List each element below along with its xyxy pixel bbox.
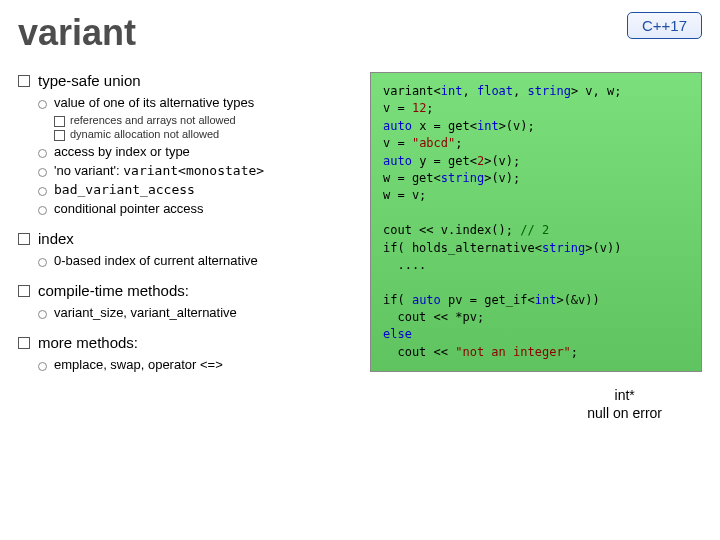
circle-bullet-icon — [38, 310, 47, 319]
subsub-dyn: dynamic allocation not allowed — [54, 128, 358, 140]
code-badaccess: bad_variant_access — [54, 182, 195, 197]
kw-auto: auto — [383, 119, 412, 133]
code-token: y = get< — [412, 154, 477, 168]
sub-text: value of one of its alternative types — [54, 95, 254, 110]
square-bullet-icon — [54, 116, 65, 127]
code-token: variant< — [383, 84, 441, 98]
sub-novariant: 'no variant': variant<monostate> — [38, 163, 358, 178]
sub-value-types: value of one of its alternative types re… — [38, 95, 358, 140]
sub-text: variant_size, variant_alternative — [54, 305, 237, 320]
note-line2: null on error — [587, 404, 662, 422]
code-token: cout << — [383, 345, 455, 359]
subsub-list: references and arrays not allowed dynami… — [54, 114, 358, 140]
square-bullet-icon — [54, 130, 65, 141]
more-sublist: emplace, swap, operator <=> — [38, 357, 358, 372]
sub-text: 0-based index of current alternative — [54, 253, 258, 268]
kw-string: string — [542, 241, 585, 255]
circle-bullet-icon — [38, 149, 47, 158]
kw-int: int — [535, 293, 557, 307]
code-token: >(v); — [484, 154, 520, 168]
circle-bullet-icon — [38, 362, 47, 371]
circle-bullet-icon — [38, 168, 47, 177]
kw-auto: auto — [383, 154, 412, 168]
content-columns: type-safe union value of one of its alte… — [18, 72, 702, 423]
code-token: v = — [383, 101, 412, 115]
square-bullet-icon — [18, 75, 30, 87]
slide-title: variant — [18, 12, 702, 54]
sub-prefix: 'no variant': — [54, 163, 123, 178]
section-typesafe: type-safe union value of one of its alte… — [18, 72, 358, 216]
subsub-text: dynamic allocation not allowed — [70, 128, 219, 140]
annotation-note: int* null on error — [587, 386, 662, 422]
bullet-list: type-safe union value of one of its alte… — [18, 72, 358, 372]
code-token: cout << *pv; — [383, 310, 484, 324]
subsub-text: references and arrays not allowed — [70, 114, 236, 126]
sub-variantsize: variant_size, variant_alternative — [38, 305, 358, 320]
code-token: ; — [455, 136, 462, 150]
heading-typesafe: type-safe union — [38, 72, 141, 89]
circle-bullet-icon — [38, 100, 47, 109]
kw-float: float — [477, 84, 513, 98]
sub-0based: 0-based index of current alternative — [38, 253, 358, 268]
code-token: v = — [383, 136, 412, 150]
code-token: >(v); — [499, 119, 535, 133]
code-token: >(&v)) — [556, 293, 599, 307]
code-token: w = v; — [383, 188, 426, 202]
code-token: >(v)) — [585, 241, 621, 255]
typesafe-sublist: value of one of its alternative types re… — [38, 95, 358, 216]
code-token: ; — [571, 345, 578, 359]
circle-bullet-icon — [38, 206, 47, 215]
circle-bullet-icon — [38, 258, 47, 267]
kw-else: else — [383, 327, 412, 341]
code-monostate: variant<monostate> — [123, 163, 264, 178]
sub-emplace: emplace, swap, operator <=> — [38, 357, 358, 372]
kw-auto: auto — [412, 293, 441, 307]
subsub-refs: references and arrays not allowed — [54, 114, 358, 126]
cpp17-badge: C++17 — [627, 12, 702, 39]
str-literal: "abcd" — [412, 136, 455, 150]
code-token: > v, w; — [571, 84, 622, 98]
code-token: >(v); — [484, 171, 520, 185]
bullet-column: type-safe union value of one of its alte… — [18, 72, 358, 423]
slide: variant C++17 type-safe union value of o… — [0, 0, 720, 540]
code-sample: variant<int, float, string> v, w; v = 12… — [370, 72, 702, 372]
code-token: cout << v.index(); — [383, 223, 520, 237]
code-token: if( holds_alternative< — [383, 241, 542, 255]
note-line1: int* — [587, 386, 662, 404]
sub-text: conditional pointer access — [54, 201, 204, 216]
code-token: w = get< — [383, 171, 441, 185]
section-more: more methods: emplace, swap, operator <=… — [18, 334, 358, 372]
str-literal: "not an integer" — [455, 345, 571, 359]
square-bullet-icon — [18, 233, 30, 245]
code-token: , — [462, 84, 476, 98]
section-compile: compile-time methods: variant_size, vari… — [18, 282, 358, 320]
sub-text: access by index or type — [54, 144, 190, 159]
sub-badaccess: bad_variant_access — [38, 182, 358, 197]
code-column: variant<int, float, string> v, w; v = 12… — [370, 72, 702, 423]
square-bullet-icon — [18, 337, 30, 349]
kw-int: int — [477, 119, 499, 133]
code-token: , — [513, 84, 527, 98]
index-sublist: 0-based index of current alternative — [38, 253, 358, 268]
code-token: .... — [383, 258, 426, 272]
sub-access: access by index or type — [38, 144, 358, 159]
kw-string: string — [528, 84, 571, 98]
section-index: index 0-based index of current alternati… — [18, 230, 358, 268]
code-token: x = get< — [412, 119, 477, 133]
heading-more: more methods: — [38, 334, 138, 351]
circle-bullet-icon — [38, 187, 47, 196]
num-literal: 12 — [412, 101, 426, 115]
kw-int: int — [441, 84, 463, 98]
comment: // 2 — [520, 223, 549, 237]
square-bullet-icon — [18, 285, 30, 297]
sub-condptr: conditional pointer access — [38, 201, 358, 216]
code-token: pv = get_if< — [441, 293, 535, 307]
code-token: if( — [383, 293, 412, 307]
sub-text: emplace, swap, operator <=> — [54, 357, 223, 372]
kw-string: string — [441, 171, 484, 185]
compile-sublist: variant_size, variant_alternative — [38, 305, 358, 320]
heading-compile: compile-time methods: — [38, 282, 189, 299]
heading-index: index — [38, 230, 74, 247]
code-token: ; — [426, 101, 440, 115]
